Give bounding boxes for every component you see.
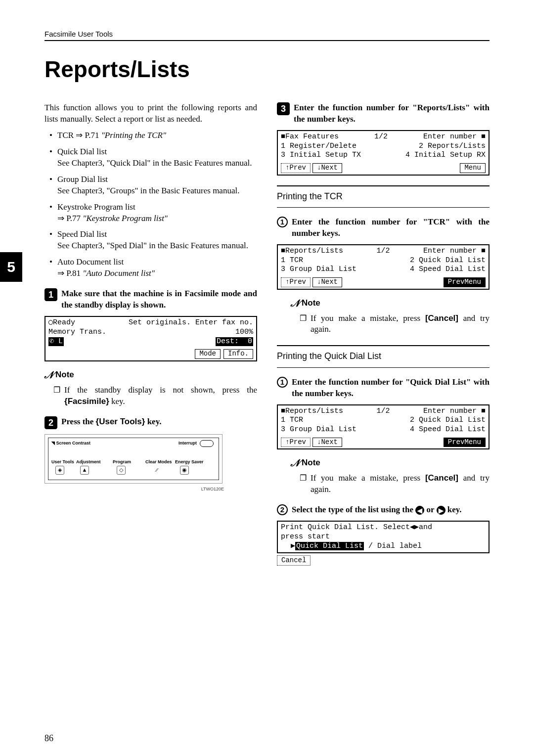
- step-number-icon: 3: [277, 102, 290, 115]
- step-2-text: Press the {User Tools} key.: [61, 416, 257, 428]
- panel-screen-contrast-icon: ◥: [51, 441, 55, 445]
- lcd-text: 100%: [235, 328, 253, 337]
- note-body: If you make a mistake, press [Cancel] an…: [291, 473, 490, 495]
- bullet-head: Group Dial list: [57, 175, 108, 184]
- lcd-text: ■Reports/Lists: [281, 247, 343, 256]
- substep-text: Enter the function number for "TCR" with…: [292, 217, 490, 239]
- note-label: Note: [302, 457, 320, 469]
- bullet-head: TCR: [57, 131, 74, 140]
- bullet-sub: See Chapter3, "Sped Dial" in the Basic F…: [57, 241, 248, 250]
- bullet-ref-italic: "Auto Document list": [83, 268, 155, 278]
- step-2: 2 Press the {User Tools} key.: [44, 416, 257, 429]
- note-keycap: [Cancel]: [425, 473, 458, 483]
- note-text: If the standby display is not shown, pre…: [64, 385, 257, 395]
- step-keycap: User Tools: [99, 417, 142, 426]
- lcd-text: 3 Group Dial List: [281, 265, 356, 274]
- lcd-text: ■Fax Features: [281, 133, 339, 142]
- step-3-text: Enter the function number for "Reports/L…: [294, 102, 490, 125]
- lcd-soft-button: ↑Prev: [281, 277, 311, 287]
- lcd-reports-lists-qd: ■Reports/Lists1/2Enter number ■ 1 TCR2 Q…: [277, 404, 490, 450]
- lcd-text: 2 Quick Dial List: [410, 256, 486, 266]
- adjustment-button-icon: ▲: [80, 466, 89, 475]
- bullet-tcr: TCR ⇒ P.71 "Printing the TCR": [49, 130, 257, 141]
- substep-text: Enter the function number for "Quick Dia…: [292, 377, 490, 400]
- lcd-text: 4 Speed Dial List: [410, 425, 486, 435]
- running-header: Facsimile User Tools: [44, 30, 490, 41]
- lcd-text: 2 Quick Dial List: [410, 416, 486, 425]
- panel-label: Program: [113, 459, 131, 465]
- lcd-text: 4 Initial Setup RX: [405, 151, 486, 160]
- lcd-text: Set originals. Enter fax no.: [129, 318, 253, 328]
- note-label: Note: [55, 369, 74, 381]
- figure-caption: LTWO120E: [201, 486, 224, 492]
- note-icon: 𝒩: [291, 456, 299, 470]
- lcd-soft-button: Mode: [195, 349, 221, 359]
- lcd-soft-button: ↓Next: [312, 277, 342, 287]
- bullet-head: Keystroke Program list: [57, 202, 135, 212]
- note-text: key.: [109, 397, 125, 406]
- lcd-reports-lists-tcr: ■Reports/Lists1/2Enter number ■ 1 TCR2 Q…: [277, 244, 490, 290]
- note-keycap: [Cancel]: [425, 313, 458, 323]
- page-number: 86: [44, 733, 53, 744]
- page-title: Reports/Lists: [44, 56, 490, 83]
- lcd-standby: ◯ReadySet originals. Enter fax no. Memor…: [44, 316, 257, 361]
- panel-label: Clear Modes: [145, 459, 172, 465]
- lcd-text: Memory Trans.: [48, 328, 106, 337]
- lcd-text: ✆ L: [48, 337, 64, 347]
- lcd-text: 1 Register/Delete: [281, 142, 356, 151]
- lcd-text: Enter number ■: [423, 133, 486, 142]
- lcd-option: Dial label: [377, 542, 422, 550]
- section-printing-tcr: Printing the TCR: [277, 185, 490, 208]
- bullet-sub: See Chapter3, "Quick Dial" in the Basic …: [57, 158, 252, 168]
- bullet-head: Auto Document list: [57, 257, 124, 267]
- lcd-text: 3 Initial Setup TX: [281, 151, 361, 160]
- bullet-ref-italic: "Keystroke Program list": [83, 214, 168, 223]
- lcd-text: 1/2: [376, 407, 390, 416]
- bullet-ref: ⇒ P.77: [57, 214, 81, 223]
- bullet-sub: See Chapter3, "Groups" in the Basic Feat…: [57, 186, 239, 195]
- note-keycap: Facsimile: [68, 397, 106, 406]
- substep-number-icon: 1: [277, 217, 288, 227]
- bullet-auto-doc: Auto Document list ⇒ P.81 "Auto Document…: [49, 257, 257, 279]
- note-body: If the standby display is not shown, pre…: [44, 385, 257, 407]
- note-icon: 𝒩: [44, 368, 52, 382]
- substep-tcr-1: 1 Enter the function number for "TCR" wi…: [277, 217, 490, 239]
- right-arrow-icon: ▶: [437, 506, 445, 515]
- panel-label: Interrupt: [178, 440, 197, 446]
- substep-number-icon: 2: [277, 504, 288, 515]
- note-text: If you make a mistake, press: [311, 313, 425, 323]
- substep-number-icon: 1: [277, 377, 288, 388]
- lcd-print-quick-dial: Print Quick Dial List. Select◀▶and press…: [277, 521, 490, 553]
- step-number-icon: 1: [44, 288, 57, 301]
- lcd-text: press start: [281, 533, 486, 542]
- step-text: Press the: [61, 417, 96, 426]
- step-3: 3 Enter the function number for "Reports…: [277, 102, 490, 125]
- lcd-soft-button: PrevMenu: [444, 438, 486, 447]
- interrupt-switch-icon: [200, 440, 214, 447]
- program-button-icon: ◇: [117, 466, 126, 475]
- step-text: key.: [445, 505, 462, 514]
- control-panel-photo: ◥ Screen Contrast Interrupt User Tools A…: [44, 434, 222, 484]
- step-text: or: [424, 505, 436, 514]
- step-1: 1 Make sure that the machine is in Facsi…: [44, 288, 257, 311]
- lcd-soft-button: ↑Prev: [281, 163, 311, 173]
- substep-text: Select the type of the list using the ◀ …: [292, 504, 490, 516]
- intro-text: This function allows you to print the fo…: [44, 102, 257, 125]
- lcd-soft-button: Info.: [223, 349, 253, 359]
- bullet-ref-italic: "Printing the TCR": [101, 131, 166, 140]
- lcd-text: Print Quick Dial List. Select◀▶and: [281, 523, 486, 533]
- bullet-keystroke: Keystroke Program list ⇒ P.77 "Keystroke…: [49, 202, 257, 224]
- bullet-quick-dial: Quick Dial list See Chapter3, "Quick Dia…: [49, 146, 257, 169]
- note-text: If you make a mistake, press: [311, 473, 425, 483]
- step-1-text: Make sure that the machine is in Facsimi…: [61, 288, 257, 311]
- lcd-text: 1 TCR: [281, 416, 303, 425]
- lcd-soft-button: ↓Next: [312, 163, 342, 173]
- bullet-ref: ⇒ P.71: [76, 131, 99, 140]
- note-icon: 𝒩: [291, 297, 299, 310]
- lcd-text: 4 Speed Dial List: [410, 265, 486, 274]
- bullet-speed-dial: Speed Dial list See Chapter3, "Sped Dial…: [49, 229, 257, 252]
- panel-label: Energy Saver: [175, 459, 204, 465]
- lcd-text: 2 Reports/Lists: [419, 142, 486, 151]
- lcd-option: Quick Dial List: [295, 542, 364, 550]
- left-arrow-icon: ◀: [415, 506, 424, 515]
